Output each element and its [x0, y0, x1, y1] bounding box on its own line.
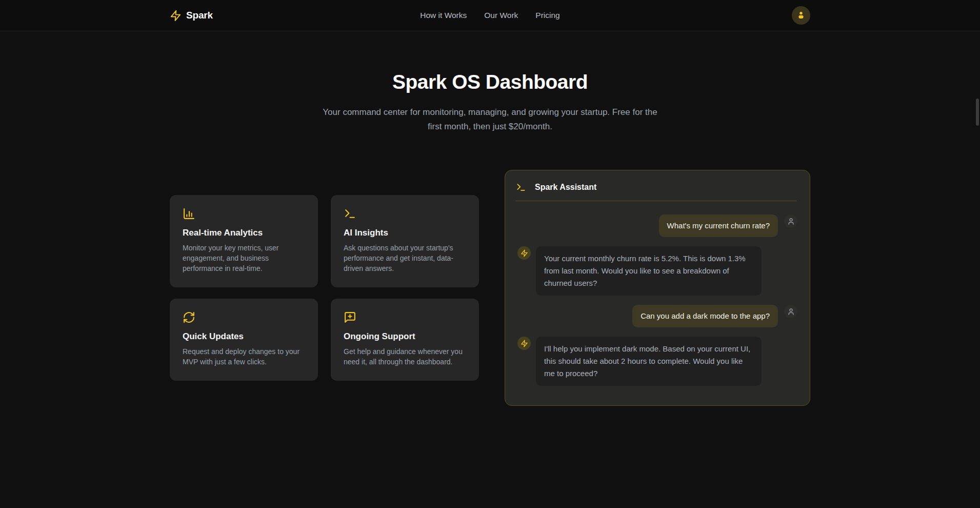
nav-link-how-it-works[interactable]: How it Works [420, 11, 467, 20]
spark-assistant-panel: Spark Assistant What's my current churn … [505, 170, 810, 406]
user-avatar [784, 305, 797, 318]
feature-title: Quick Updates [183, 331, 305, 342]
assistant-avatar [517, 246, 531, 260]
chat-message-user: Can you add a dark mode to the app? [517, 305, 797, 327]
assistant-message-bubble: Your current monthly churn rate is 5.2%.… [536, 246, 762, 296]
assistant-message-bubble: I'll help you implement dark mode. Based… [536, 337, 762, 386]
vertical-scrollbar-thumb[interactable] [976, 99, 979, 126]
user-icon [787, 218, 795, 225]
feature-description: Get help and guidance whenever you need … [344, 346, 466, 367]
user-avatar [784, 214, 797, 228]
user-account-button[interactable] [792, 6, 810, 25]
terminal-icon [344, 207, 466, 220]
refresh-icon [183, 311, 305, 324]
feature-title: Ongoing Support [344, 331, 466, 342]
feature-description: Request and deploy changes to your MVP w… [183, 346, 305, 367]
page-subtitle: Your command center for monitoring, mana… [318, 105, 663, 134]
page-title: Spark OS Dashboard [0, 71, 980, 93]
nav-link-pricing[interactable]: Pricing [535, 11, 559, 20]
bar-chart-icon [183, 207, 305, 220]
user-message-bubble: Can you add a dark mode to the app? [632, 305, 778, 327]
feature-description: Ask questions about your startup's perfo… [344, 243, 466, 273]
feature-card-realtime-analytics: Real-time Analytics Monitor your key met… [170, 195, 318, 287]
hero-section: Spark OS Dashboard Your command center f… [0, 31, 980, 134]
user-icon [787, 308, 795, 316]
feature-cards-grid: Real-time Analytics Monitor your key met… [170, 195, 479, 381]
message-square-plus-icon [344, 311, 466, 324]
chat-header: Spark Assistant [505, 170, 810, 201]
terminal-icon [516, 182, 526, 192]
user-icon [796, 10, 806, 21]
top-navigation: Spark How it Works Our Work Pricing [0, 0, 980, 31]
chat-message-assistant: I'll help you implement dark mode. Based… [517, 337, 797, 386]
feature-description: Monitor your key metrics, user engagemen… [183, 243, 305, 273]
zap-icon [521, 340, 528, 347]
zap-icon [170, 10, 182, 22]
brand-logo[interactable]: Spark [170, 10, 213, 22]
nav-link-our-work[interactable]: Our Work [484, 11, 518, 20]
feature-card-quick-updates: Quick Updates Request and deploy changes… [170, 299, 318, 381]
user-message-bubble: What's my current churn rate? [659, 214, 778, 237]
chat-title: Spark Assistant [535, 183, 596, 192]
feature-card-ongoing-support: Ongoing Support Get help and guidance wh… [331, 299, 479, 381]
feature-card-ai-insights: AI Insights Ask questions about your sta… [331, 195, 479, 287]
chat-message-assistant: Your current monthly churn rate is 5.2%.… [517, 246, 797, 296]
assistant-avatar [517, 337, 531, 350]
nav-links: How it Works Our Work Pricing [420, 11, 559, 20]
main-content: Real-time Analytics Monitor your key met… [170, 170, 810, 406]
feature-title: Real-time Analytics [183, 228, 305, 238]
chat-messages: What's my current churn rate? Your curre… [505, 201, 810, 386]
chat-message-user: What's my current churn rate? [517, 214, 797, 237]
feature-title: AI Insights [344, 228, 466, 238]
brand-name: Spark [186, 10, 213, 21]
zap-icon [521, 249, 528, 257]
